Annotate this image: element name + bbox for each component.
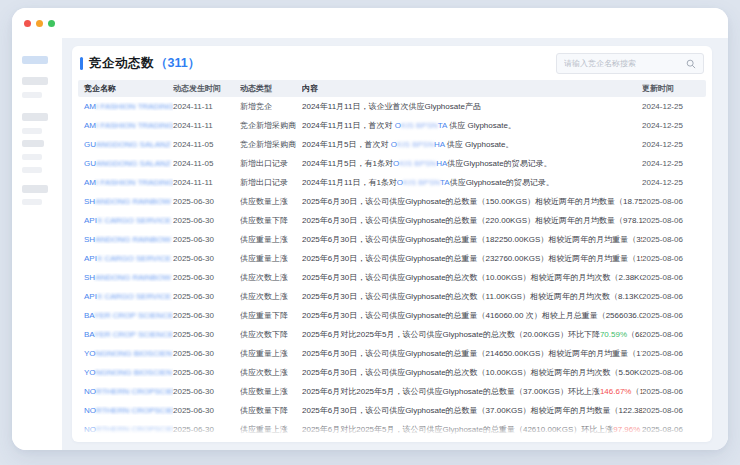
company-name-prefix: YO: [84, 368, 96, 377]
table-row[interactable]: SHANDONG RAINBOW GR... 2025-06-30 供应次数上涨…: [78, 268, 706, 287]
event-date: 2025-06-30: [173, 216, 240, 225]
company-name-link[interactable]: YONGNONG BIOSCIEN ES...: [78, 368, 173, 377]
table-row[interactable]: GUANGDONG SALANZ IC... 2024-11-05 竞企新增采购…: [78, 135, 706, 154]
content-text: 2025年6月30日，该公司供应Glyphosate的总重量（182250.00…: [302, 235, 642, 244]
table-row[interactable]: YONGNONG BIOSCIEN ES... 2025-06-30 供应重量上…: [78, 344, 706, 363]
update-date: 2024-12-25: [642, 178, 706, 187]
update-date: 2025-08-06: [642, 197, 706, 206]
sidebar-skeleton-item: [22, 199, 42, 205]
table-row[interactable]: NORTHERN CROPSCIEN CE... 2025-06-30 供应重量…: [78, 420, 706, 437]
buyer-name-text: O: [395, 121, 401, 130]
competitor-dynamics-card: 竞企动态数 （311） 竞企名称 动态发生时间 动态类型: [72, 46, 712, 442]
search-icon[interactable]: [686, 59, 696, 69]
company-name-prefix: BA: [84, 330, 94, 339]
company-name-link[interactable]: GUANGDONG SALANZ IC...: [78, 159, 173, 168]
search-input[interactable]: [564, 59, 686, 68]
content-text: 2025年6月30日，该公司供应Glyphosate的总次数（10.00KGS）…: [302, 273, 642, 282]
company-name-link[interactable]: NORTHERN CROPSCIEN CE...: [78, 406, 173, 415]
update-date: 2025-08-06: [642, 406, 706, 415]
company-name-link[interactable]: GUANGDONG SALANZ IC...: [78, 140, 173, 149]
sidebar-skeleton-item: [22, 154, 42, 160]
company-name-prefix: SH: [84, 273, 95, 282]
table-row[interactable]: AMI FASHION TRADING G... 2024-11-11 新增竞企…: [78, 97, 706, 116]
table-row[interactable]: APIX CARGO SERVICE CO... 2025-06-30 供应重量…: [78, 249, 706, 268]
update-date: 2024-12-25: [642, 102, 706, 111]
event-content: 2024年11月11日，有1条对OKIS BPSNTA供应Glyphosate的…: [302, 177, 642, 188]
sidebar-skeleton-item: [22, 167, 42, 173]
search-box[interactable]: [556, 53, 704, 74]
table-row[interactable]: AMI FASHION TRADING G... 2024-11-11 新增出口…: [78, 173, 706, 192]
table-row[interactable]: SHANDONG RAINBOW GR... 2025-06-30 供应数量上涨…: [78, 192, 706, 211]
company-name-redacted: ANDONG RAINBOW: [95, 197, 171, 206]
company-name-link[interactable]: AMI FASHION TRADING G...: [78, 121, 173, 130]
event-type: 竞企新增采购商: [240, 139, 302, 150]
company-name-link[interactable]: BAYER CROP SCIENCE LP: [78, 311, 173, 320]
sidebar-nav-skeleton: [12, 38, 62, 450]
event-content: 2025年6月对比2025年5月，该公司供应Glyphosate的总重量（426…: [302, 424, 642, 435]
company-name-link[interactable]: SHANDONG RAINBOW GR...: [78, 235, 173, 244]
maximize-window-icon[interactable]: [48, 20, 55, 27]
company-name-link[interactable]: SHANDONG RAINBOW GR...: [78, 273, 173, 282]
company-name-link[interactable]: APIX CARGO SERVICE CO...: [78, 216, 173, 225]
company-name-link[interactable]: NORTHERN CROPSCIEN CE...: [78, 425, 173, 434]
event-content: 2024年11月5日，有1条对OKIS BPSNHA供应Glyphosate的贸…: [302, 158, 642, 169]
update-date: 2025-08-06: [642, 311, 706, 320]
event-date: 2025-06-30: [173, 406, 240, 415]
content-text: 供应Glyphosate的贸易记录。: [447, 159, 551, 168]
close-window-icon[interactable]: [24, 20, 31, 27]
table-row[interactable]: BAYER CROP SCIENCE LP 2025-06-30 供应次数下降 …: [78, 325, 706, 344]
table-row[interactable]: SHANDONG RAINBOW GR... 2025-06-30 供应重量上涨…: [78, 230, 706, 249]
company-name-redacted: NGNONG BIOSCIEN: [96, 368, 172, 377]
event-date: 2024-11-11: [173, 121, 240, 130]
content-text: 2025年6月30日，该公司供应Glyphosate的总次数（11.00KGS）…: [302, 292, 642, 301]
event-type: 供应次数上涨: [240, 367, 302, 378]
event-type: 供应重量上涨: [240, 424, 302, 435]
event-content: 2025年6月30日，该公司供应Glyphosate的总次数（10.00KGS）…: [302, 367, 642, 378]
event-type: 供应重量上涨: [240, 253, 302, 264]
event-date: 2024-11-05: [173, 140, 240, 149]
table-row[interactable]: NORTHERN CROPSCIEN CE... 2025-06-30 供应数量…: [78, 382, 706, 401]
table-row[interactable]: APIX CARGO SERVICE CO... 2025-06-30 供应次数…: [78, 287, 706, 306]
company-name-link[interactable]: APIX CARGO SERVICE CO...: [78, 292, 173, 301]
event-content: 2025年6月30日，该公司供应Glyphosate的总数量（220.00KGS…: [302, 215, 642, 226]
company-name-link[interactable]: AMI FASHION TRADING G...: [78, 178, 173, 187]
company-name-prefix: AM: [84, 178, 96, 187]
table-row[interactable]: YONGNONG BIOSCIEN ES... 2025-06-30 供应次数上…: [78, 363, 706, 382]
page-title: 竞企动态数 （311）: [80, 55, 200, 72]
company-name-link[interactable]: YONGNONG BIOSCIEN ES...: [78, 349, 173, 358]
event-content: 2025年6月30日，该公司供应Glyphosate的总数量（150.00KGS…: [302, 196, 642, 207]
company-name-link[interactable]: APIX CARGO SERVICE CO...: [78, 254, 173, 263]
company-name-prefix: API: [84, 254, 97, 263]
table-header: 竞企名称 动态发生时间 动态类型 内容 更新时间: [78, 80, 706, 97]
table-row[interactable]: GUANGDONG SALANZ IC... 2024-11-05 新增出口记录…: [78, 154, 706, 173]
table-row[interactable]: AMI FASHION TRADING G... 2024-11-11 竞企新增…: [78, 116, 706, 135]
sidebar-skeleton-item: [22, 56, 48, 64]
event-date: 2025-06-30: [173, 387, 240, 396]
content-text: 2025年6月30日，该公司供应Glyphosate的总重量（232760.00…: [302, 254, 642, 263]
table-row[interactable]: APIX CARGO SERVICE CO... 2025-06-30 供应数量…: [78, 211, 706, 230]
buyer-name-text: TA: [438, 121, 447, 130]
company-name-link[interactable]: BAYER CROP SCIENCE LP: [78, 330, 173, 339]
company-name-redacted: I FASHION TRADING: [96, 178, 173, 187]
company-name-link[interactable]: NORTHERN CROPSCIEN CE...: [78, 387, 173, 396]
content-text: 供应 Glyphosate。: [445, 140, 514, 149]
sidebar-skeleton-item: [22, 185, 48, 193]
content-text: 2025年6月对比2025年5月，该公司供应Glyphosate的总重量（426…: [302, 425, 613, 434]
content-text: 2024年11月5日，首次对: [302, 140, 391, 149]
app-window: 竞企动态数 （311） 竞企名称 动态发生时间 动态类型: [12, 8, 728, 450]
content-text: （15.00KGS）。: [631, 387, 642, 396]
company-name-link[interactable]: SHANDONG RAINBOW GR...: [78, 197, 173, 206]
company-name-redacted: I FASHION TRADING: [96, 121, 173, 130]
event-content: 2025年6月30日，该公司供应Glyphosate的总重量（214650.00…: [302, 348, 642, 359]
table-row[interactable]: NORTHERN CROPSCIEN CE... 2025-06-30 供应数量…: [78, 401, 706, 420]
table-row[interactable]: BAYER CROP SCIENCE LP 2025-06-30 供应重量下降 …: [78, 306, 706, 325]
pct-down-text: 70.59%: [600, 330, 627, 339]
company-name-redacted: X CARGO SERVICE: [97, 254, 171, 263]
event-type: 新增竞企: [240, 101, 302, 112]
event-type: 供应重量下降: [240, 310, 302, 321]
company-name-link[interactable]: AMI FASHION TRADING G...: [78, 102, 173, 111]
content-text: 2024年11月11日，首次对: [302, 121, 395, 130]
event-type: 竞企新增采购商: [240, 120, 302, 131]
minimize-window-icon[interactable]: [36, 20, 43, 27]
event-date: 2025-06-30: [173, 311, 240, 320]
